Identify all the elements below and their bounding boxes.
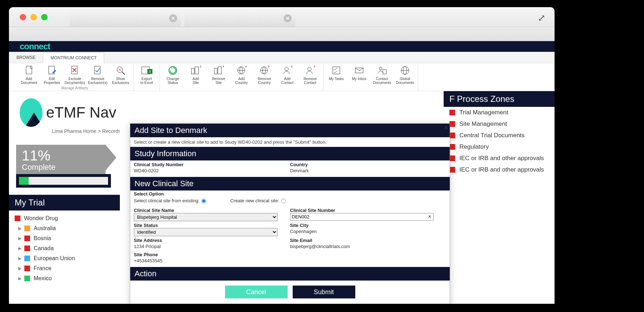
section-study: Study Information — [130, 147, 450, 160]
dialog-instruction: Select or create a new clinical site to … — [130, 137, 450, 147]
ribbon-item-label: Global Documents — [396, 77, 414, 85]
zone-label: IEC or IRB and other approvals — [459, 155, 544, 162]
app-logo-icon — [20, 98, 43, 127]
ribbon-my-tasks[interactable]: My Tasks — [325, 64, 348, 85]
close-icon[interactable]: ✕ — [444, 124, 448, 131]
ribbon-remove-site[interactable]: ×Remove Site — [207, 64, 230, 85]
brand-bar: connect — [9, 41, 555, 52]
ribbon-remove-contact[interactable]: ×Remove Contact — [299, 64, 322, 85]
site-name-select[interactable]: Bispebjerg Hospital — [134, 213, 278, 221]
zone-item[interactable]: Regulatory — [444, 141, 555, 153]
status-square-icon — [449, 144, 455, 150]
ribbon-edit-properties[interactable]: Edit Properties — [40, 64, 63, 85]
exclude-documents-icon — [70, 65, 79, 76]
tree-label: Bosnia — [34, 235, 51, 242]
ribbon-exclude-documents[interactable]: Exclude Document(s) — [63, 64, 86, 85]
ribbon-export-excel[interactable]: XExport to Excel — [135, 64, 158, 85]
svg-text:+: + — [291, 65, 292, 69]
browser-tab[interactable]: ✕ — [184, 11, 295, 27]
ribbon-item-label: Contact Documents — [373, 77, 391, 85]
zone-item[interactable]: Trial Management — [444, 107, 555, 118]
browser-window: ✕ ✕ ⤢ connect BROWSE MONTRIUM CONNECT Ad… — [9, 7, 555, 304]
zone-item[interactable]: IEC or IRB and other approvals — [444, 164, 555, 175]
site-number-input[interactable] — [290, 213, 434, 221]
ribbon-global-documents[interactable]: Global Documents — [394, 64, 416, 85]
ribbon-add-site[interactable]: +Add Site — [184, 64, 207, 85]
expand-icon[interactable]: ⤢ — [538, 13, 546, 24]
browser-tab[interactable]: ✕ — [70, 11, 181, 27]
trial-country[interactable]: ▶Mexico — [15, 273, 114, 283]
tab-connect[interactable]: MONTRIUM CONNECT — [43, 53, 104, 63]
trial-country[interactable]: ▶France — [15, 263, 114, 273]
progress-fill — [19, 177, 29, 185]
ribbon-change-status[interactable]: Change Status — [161, 64, 184, 85]
svg-text:X: X — [149, 70, 151, 74]
tree-label: Canada — [34, 245, 54, 252]
zone-item[interactable]: IEC or IRB and other approvals — [444, 153, 555, 164]
ribbon-item-label: Export to Excel — [140, 77, 153, 85]
ribbon-item-label: Remove Country — [258, 77, 271, 85]
my-tasks-icon — [332, 65, 341, 76]
tree-label: Wonder Drug — [24, 215, 58, 222]
ribbon-show-exclusions[interactable]: Show Exclusions — [109, 64, 132, 85]
ribbon-group-label: Manage Artifacts — [62, 86, 88, 90]
tab-close-icon[interactable]: ✕ — [284, 14, 292, 22]
ribbon-contact-documents[interactable]: Contact Documents — [371, 64, 394, 85]
ribbon-item-label: Add Country — [235, 77, 248, 85]
site-city-label: Site City — [290, 223, 447, 228]
site-phone-label: Site Phone — [134, 252, 290, 257]
tree-label: European Union — [34, 255, 75, 262]
radio-create-label[interactable]: Create new clinical site: — [230, 198, 287, 203]
svg-text:×: × — [313, 65, 315, 69]
site-address: 1234 Pricipal — [134, 243, 290, 251]
breadcrumb[interactable]: Lima Pharma Home > Records M — [52, 128, 120, 134]
ribbon-add-country[interactable]: +Add Country — [230, 64, 253, 85]
site-phone: +4534453545 — [134, 257, 290, 265]
add-document-icon — [24, 65, 34, 76]
zone-label: Central Trial Documents — [459, 132, 525, 139]
svg-rect-31 — [383, 70, 386, 74]
status-square-icon — [449, 155, 455, 161]
tab-close-icon[interactable]: ✕ — [169, 14, 177, 22]
submit-button[interactable]: Submit — [293, 286, 355, 298]
radio-existing-label[interactable]: Select clinical site from existing: — [134, 198, 208, 203]
global-documents-icon — [400, 65, 410, 76]
window-minimize[interactable] — [30, 14, 37, 20]
trial-country[interactable]: ▶Bosnia — [15, 233, 114, 243]
zone-item[interactable]: Site Management — [444, 118, 555, 130]
ribbon: Add DocumentEdit PropertiesExclude Docum… — [9, 63, 555, 91]
svg-rect-0 — [26, 66, 32, 74]
trial-country[interactable]: ▶Australia — [15, 223, 114, 233]
zone-item[interactable]: Central Trial Documents — [444, 130, 555, 141]
radio-create[interactable] — [281, 199, 286, 203]
status-square-icon — [449, 167, 455, 173]
ribbon-my-inbox[interactable]: My Inbox — [348, 64, 371, 85]
radio-existing[interactable] — [201, 199, 206, 203]
ribbon-add-document[interactable]: Add Document — [18, 64, 40, 85]
ribbon-item-label: Add Document — [21, 77, 37, 85]
cancel-button[interactable]: Cancel — [225, 286, 288, 298]
ribbon-item-label: My Inbox — [352, 77, 367, 81]
trial-country[interactable]: ▶Canada — [15, 243, 114, 253]
ribbon-add-contact[interactable]: +Add Contact — [276, 64, 299, 85]
add-site-dialog: ✕ Add Site to Denmark Select or create a… — [130, 123, 450, 304]
svg-rect-14 — [218, 67, 221, 74]
clear-icon[interactable]: ✕ — [428, 214, 431, 219]
window-close[interactable] — [20, 14, 26, 20]
tree-label: France — [34, 265, 52, 272]
section-new-site: New Clinical Site — [130, 177, 450, 190]
tab-browse[interactable]: BROWSE — [9, 52, 43, 63]
trial-country[interactable]: ▶European Union — [15, 253, 114, 263]
ribbon-item-label: My Tasks — [329, 77, 344, 81]
tree-label: Mexico — [34, 275, 52, 282]
change-status-icon — [168, 65, 178, 76]
section-action: Action — [130, 267, 450, 281]
site-status-select[interactable]: Identified — [134, 228, 278, 236]
add-site-icon: + — [190, 65, 201, 76]
study-number-label: Clinical Study Number — [134, 162, 290, 167]
ribbon-remove-exclusions[interactable]: Remove Exclusion(s) — [86, 64, 109, 85]
trial-root[interactable]: Wonder Drug — [15, 213, 114, 223]
window-zoom[interactable] — [41, 14, 48, 20]
ribbon-remove-country[interactable]: ×Remove Country — [253, 64, 276, 85]
ribbon-item-label: Remove Site — [212, 77, 225, 85]
